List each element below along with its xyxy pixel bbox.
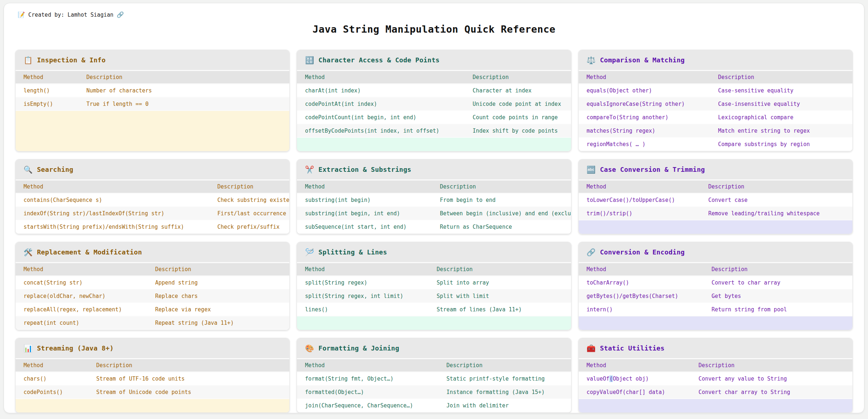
card-title-bar: 🔠 Character Access & Code Points bbox=[297, 50, 571, 71]
table-row: compareTo(String another)Lexicographical… bbox=[579, 111, 852, 124]
column-header-method: Method bbox=[579, 181, 700, 193]
card-title-bar: ✂️ Extraction & Substrings bbox=[297, 159, 571, 181]
card-title: Comparison & Matching bbox=[600, 56, 685, 64]
sewing-needle-icon: 🪡 bbox=[305, 249, 314, 256]
description-cell: Split into array bbox=[429, 276, 571, 289]
description-cell: Compare substrings by region bbox=[710, 137, 852, 151]
method-cell: offsetByCodePoints(int index, int offset… bbox=[297, 124, 464, 137]
card-title: Static Utilities bbox=[600, 344, 665, 352]
methods-table: Method Description concat(String str)App… bbox=[16, 263, 289, 330]
table-row: trim()/strip()Remove leading/trailing wh… bbox=[579, 207, 852, 220]
table-row: charAt(int index)Character at index bbox=[297, 84, 571, 97]
table-row: replace(oldChar, newChar)Replace chars bbox=[16, 289, 289, 303]
table-row: regionMatches( … )Compare substrings by … bbox=[579, 137, 852, 151]
method-cell: compareTo(String another) bbox=[579, 111, 710, 124]
column-header-method: Method bbox=[579, 263, 704, 276]
card-case-conversion-trimming: 🔤 Case Conversion & Trimming Method Desc… bbox=[578, 159, 853, 234]
column-header-method: Method bbox=[297, 263, 429, 276]
description-cell: Check substring existence bbox=[210, 193, 290, 207]
card-streaming-java-8: 📊 Streaming (Java 8+) Method Description… bbox=[15, 338, 290, 413]
table-row: valueOf(Object obj)Convert any value to … bbox=[579, 372, 852, 385]
column-header-method: Method bbox=[297, 359, 438, 372]
method-cell: codePointAt(int index) bbox=[297, 97, 464, 111]
table-header-row: Method Description bbox=[579, 359, 852, 372]
card-title: Conversion & Encoding bbox=[600, 248, 685, 256]
description-cell: From begin to end bbox=[432, 193, 571, 207]
method-cell: replaceAll(regex, replacement) bbox=[16, 303, 147, 316]
method-cell: trim()/strip() bbox=[579, 207, 700, 220]
table-row: contains(CharSequence s)Check substring … bbox=[16, 193, 290, 207]
palette-icon: 🎨 bbox=[305, 345, 314, 352]
table-row: matches(String regex)Match entire string… bbox=[579, 124, 852, 137]
table-row: length()Number of characters bbox=[16, 84, 289, 97]
column-header-method: Method bbox=[579, 71, 710, 84]
card-title-bar: 🔍 Searching bbox=[16, 159, 289, 181]
methods-table: Method Description charAt(int index)Char… bbox=[297, 71, 571, 138]
description-cell: Static printf-style formatting bbox=[438, 372, 571, 385]
description-cell: Case-insensitive equality bbox=[710, 97, 852, 111]
description-cell: Convert to char array bbox=[704, 276, 852, 289]
method-cell: join(CharSequence, CharSequence…) bbox=[297, 399, 438, 412]
card-static-utilities: 🧰 Static Utilities Method Description va… bbox=[578, 338, 853, 413]
method-cell: contains(CharSequence s) bbox=[16, 193, 210, 207]
card-title: Character Access & Code Points bbox=[318, 56, 439, 64]
method-cell: split(String regex) bbox=[297, 276, 429, 289]
description-cell: Return string from pool bbox=[704, 303, 852, 316]
method-cell: matches(String regex) bbox=[579, 124, 710, 137]
card-extraction-substrings: ✂️ Extraction & Substrings Method Descri… bbox=[297, 159, 571, 234]
magnifying-glass-icon: 🔍 bbox=[24, 166, 33, 173]
column-header-method: Method bbox=[297, 71, 464, 84]
description-cell: Append string bbox=[147, 276, 289, 289]
column-header-description: Description bbox=[88, 359, 289, 372]
method-cell: length() bbox=[16, 84, 78, 97]
page-header: 📝 Created by: Lamhot Siagian 🔗 Java Stri… bbox=[4, 3, 864, 50]
description-cell: Unicode code point at index bbox=[465, 97, 571, 111]
column-header-description: Description bbox=[465, 71, 571, 84]
card-formatting-joining: 🎨 Formatting & Joining Method Descriptio… bbox=[297, 338, 571, 413]
method-cell: substring(int begin, int end) bbox=[297, 207, 432, 220]
methods-table: Method Description substring(int begin)F… bbox=[297, 181, 571, 234]
card-title: Streaming (Java 8+) bbox=[37, 344, 114, 352]
method-cell: startsWith(String prefix)/endsWith(Strin… bbox=[16, 220, 210, 233]
table-row: toLowerCase()/toUpperCase()Convert case bbox=[579, 193, 852, 207]
column-header-description: Description bbox=[704, 263, 852, 276]
table-row: offsetByCodePoints(int index, int offset… bbox=[297, 124, 571, 137]
method-cell: codePoints() bbox=[16, 385, 88, 399]
method-cell: lines() bbox=[297, 303, 429, 316]
created-by: 📝 Created by: Lamhot Siagian 🔗 bbox=[18, 11, 124, 18]
balance-scale-icon: ⚖️ bbox=[587, 57, 596, 64]
column-header-method: Method bbox=[297, 181, 432, 193]
scissors-icon: ✂️ bbox=[305, 166, 314, 173]
description-cell: Replace chars bbox=[147, 289, 289, 303]
methods-table: Method Description format(String fmt, Ob… bbox=[297, 359, 571, 412]
method-cell: codePointCount(int begin, int end) bbox=[297, 111, 464, 124]
column-header-description: Description bbox=[210, 181, 290, 193]
method-cell: equalsIgnoreCase(String other) bbox=[579, 97, 710, 111]
card-inspection-info: 📋 Inspection & Info Method Description l… bbox=[15, 50, 290, 152]
selected-text: ( bbox=[609, 376, 613, 382]
table-row: subSequence(int start, int end)Return as… bbox=[297, 220, 571, 233]
column-header-method: Method bbox=[16, 359, 88, 372]
card-title-bar: 🔗 Conversion & Encoding bbox=[579, 242, 852, 263]
description-cell: Instance formatting (Java 15+) bbox=[438, 385, 571, 399]
table-row: equals(Object other)Case-sensitive equal… bbox=[579, 84, 852, 97]
card-title-bar: 🪡 Splitting & Lines bbox=[297, 242, 571, 263]
card-filler bbox=[579, 316, 852, 330]
card-title: Replacement & Modification bbox=[37, 248, 142, 256]
methods-table: Method Description valueOf(Object obj)Co… bbox=[579, 359, 852, 399]
card-title: Inspection & Info bbox=[37, 56, 106, 64]
card-title-bar: 🔤 Case Conversion & Trimming bbox=[579, 159, 852, 181]
method-cell: toCharArray() bbox=[579, 276, 704, 289]
table-row: repeat(int count)Repeat string (Java 11+… bbox=[16, 316, 289, 329]
description-cell: Stream of Unicode code points bbox=[88, 385, 289, 399]
table-row: format(String fmt, Object…)Static printf… bbox=[297, 372, 571, 385]
description-cell: Join with delimiter bbox=[438, 399, 571, 412]
card-filler bbox=[16, 111, 289, 151]
table-row: formatted(Object…)Instance formatting (J… bbox=[297, 385, 571, 399]
method-cell: copyValueOf(char[] data) bbox=[579, 385, 691, 399]
column-header-description: Description bbox=[429, 263, 571, 276]
description-cell: Repeat string (Java 11+) bbox=[147, 316, 289, 329]
method-cell: format(String fmt, Object…) bbox=[297, 372, 438, 385]
method-cell: charAt(int index) bbox=[297, 84, 464, 97]
link-icon[interactable]: 🔗 bbox=[117, 11, 124, 18]
